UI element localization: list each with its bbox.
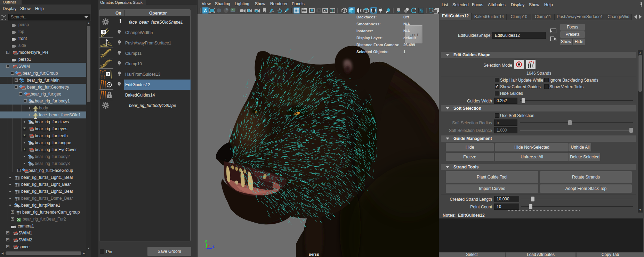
svg-text:A: A [204,9,207,13]
svg-text:z: z [212,244,215,248]
svg-text:T: T [331,9,333,13]
svg-text:y: y [205,239,207,243]
